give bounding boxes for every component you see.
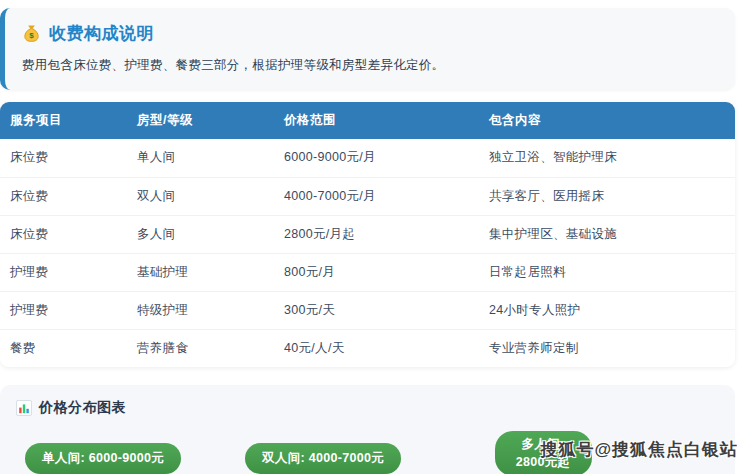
fee-info-card: $ 收费构成说明 费用包含床位费、护理费、餐费三部分，根据护理等级和房型差异化定… [0,8,735,90]
page-content: $ 收费构成说明 费用包含床位费、护理费、餐费三部分，根据护理等级和房型差异化定… [0,0,735,474]
fee-table: 服务项目 房型/等级 价格范围 包含内容 床位费 单人间 6000-9000元/… [0,102,735,367]
column-header-service: 服务项目 [0,102,127,139]
watermark-text: 搜狐号@搜狐焦点白银站 [540,438,738,461]
fee-info-title-row: $ 收费构成说明 [22,22,715,45]
cell-included: 集中护理区、基础设施 [479,215,735,253]
cell-room-type: 多人间 [127,215,274,253]
bar-chart-icon [16,400,32,416]
column-header-price-range: 价格范围 [274,102,479,139]
cell-price-range: 300元/天 [274,291,479,329]
table-row: 护理费 基础护理 800元/月 日常起居照料 [0,253,735,291]
cell-included: 专业营养师定制 [479,329,735,367]
cell-room-type: 双人间 [127,177,274,215]
table-row: 床位费 单人间 6000-9000元/月 独立卫浴、智能护理床 [0,139,735,177]
fee-info-title: 收费构成说明 [49,22,154,45]
money-bag-icon: $ [22,24,41,43]
table-row: 餐费 营养膳食 40元/人/天 专业营养师定制 [0,329,735,367]
cell-price-range: 800元/月 [274,253,479,291]
table-row: 床位费 多人间 2800元/月起 集中护理区、基础设施 [0,215,735,253]
cell-room-type: 单人间 [127,139,274,177]
cell-service: 餐费 [0,329,127,367]
cell-price-range: 4000-7000元/月 [274,177,479,215]
cell-price-range: 40元/人/天 [274,329,479,367]
cell-room-type: 基础护理 [127,253,274,291]
price-chart-title-row: 价格分布图表 [16,399,719,417]
column-header-included: 包含内容 [479,102,735,139]
badge-slot: 单人间: 6000-9000元 [16,443,190,474]
cell-service: 床位费 [0,139,127,177]
cell-included: 独立卫浴、智能护理床 [479,139,735,177]
badge-slot: 双人间: 4000-7000元 [236,443,410,474]
svg-text:$: $ [29,31,34,40]
cell-price-range: 2800元/月起 [274,215,479,253]
cell-service: 床位费 [0,215,127,253]
fee-info-description: 费用包含床位费、护理费、餐费三部分，根据护理等级和房型差异化定价。 [22,57,715,74]
table-row: 床位费 双人间 4000-7000元/月 共享客厅、医用摇床 [0,177,735,215]
cell-room-type: 特级护理 [127,291,274,329]
fee-table-card: 服务项目 房型/等级 价格范围 包含内容 床位费 单人间 6000-9000元/… [0,102,735,367]
cell-included: 日常起居照料 [479,253,735,291]
column-header-room-type: 房型/等级 [127,102,274,139]
cell-price-range: 6000-9000元/月 [274,139,479,177]
cell-room-type: 营养膳食 [127,329,274,367]
price-badge-double-room: 双人间: 4000-7000元 [245,443,401,474]
cell-included: 共享客厅、医用摇床 [479,177,735,215]
table-row: 护理费 特级护理 300元/天 24小时专人照护 [0,291,735,329]
cell-included: 24小时专人照护 [479,291,735,329]
price-badge-single-room: 单人间: 6000-9000元 [25,443,181,474]
cell-service: 护理费 [0,291,127,329]
cell-service: 床位费 [0,177,127,215]
fee-table-header-row: 服务项目 房型/等级 价格范围 包含内容 [0,102,735,139]
price-chart-title: 价格分布图表 [39,399,126,417]
cell-service: 护理费 [0,253,127,291]
